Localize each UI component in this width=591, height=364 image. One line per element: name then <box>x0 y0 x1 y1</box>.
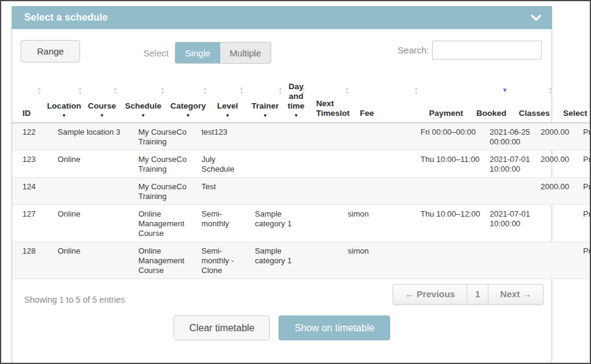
cell-trainer <box>342 178 414 205</box>
page-1-button[interactable]: 1 <box>467 285 488 304</box>
cell-payment: PrePay <box>577 178 591 205</box>
column-header-trainer[interactable]: ▲▼Trainer▼ <box>246 70 285 123</box>
cell-location: Online <box>52 205 132 242</box>
window: Select a schedule Range Select Single Mu… <box>0 0 591 364</box>
filter-caret-icon[interactable]: ▼ <box>209 113 246 118</box>
cell-fee: 2000.00 <box>535 123 577 150</box>
search-input[interactable] <box>432 41 542 59</box>
filter-caret-icon[interactable]: ▼ <box>84 113 120 118</box>
cell-next_timeslot: 2021-07-01 10:00:00 <box>486 205 535 242</box>
column-label: Location <box>44 101 84 111</box>
column-header-schedule[interactable]: ▲▼Schedule▼ <box>120 70 167 123</box>
column-header-course[interactable]: ▲▼Course▼ <box>84 70 120 123</box>
cell-level <box>302 178 342 205</box>
column-label: Select <box>563 109 591 118</box>
column-label: Booked <box>476 109 510 118</box>
sort-icon: ▲▼ <box>237 87 246 95</box>
search-label: Search: <box>397 45 429 55</box>
column-label: Course <box>84 101 120 111</box>
cell-schedule: Test <box>195 178 249 205</box>
cell-course: My CourseCo Training <box>132 123 195 150</box>
sort-desc-icon: ▼ <box>502 87 508 93</box>
cell-next_timeslot <box>486 242 535 279</box>
cell-location: Online <box>52 242 132 279</box>
previous-button[interactable]: ← Previous <box>393 285 467 304</box>
clear-timetable-button[interactable]: Clear timetable <box>174 315 271 340</box>
range-button[interactable]: Range <box>21 40 80 62</box>
cell-next_timeslot: 2021-07-01 10:00:00 <box>486 150 535 178</box>
panel-header[interactable]: Select a schedule <box>12 6 552 29</box>
column-header-classes[interactable]: ▲▼Classes <box>510 70 555 123</box>
column-header-level[interactable]: ▲▼Level▼ <box>209 70 246 123</box>
column-header-booked[interactable]: ▼Booked <box>468 70 510 123</box>
column-header-select[interactable]: ▲▼Select <box>555 70 591 123</box>
sort-icon: ▲▼ <box>588 87 591 95</box>
column-label: Payment <box>429 109 468 118</box>
filter-caret-icon[interactable]: ▼ <box>120 113 167 118</box>
cell-day_time: Thu 10:00–12:00 <box>414 205 486 242</box>
cell-payment: PrePay <box>577 205 591 242</box>
cell-trainer: simon <box>342 205 414 242</box>
cell-payment: PrePay <box>577 150 591 178</box>
column-header-day_time[interactable]: ▲▼Day and time▼ <box>285 70 308 123</box>
cell-day_time: Fri 00:00–00:00 <box>414 123 486 150</box>
filter-caret-icon[interactable]: ▼ <box>167 113 209 118</box>
schedule-table: ▲▼ID▲▼Location▼▲▼Course▼▲▼Schedule▼▲▼Cat… <box>12 70 584 279</box>
sort-icon: ▲▼ <box>158 87 167 95</box>
table-row: 123OnlineMy CourseCo TrainingJuly Schedu… <box>12 150 591 178</box>
cell-day_time <box>414 242 486 279</box>
column-header-category[interactable]: ▲▼Category▼ <box>167 70 209 123</box>
cell-course: My CourseCo Training <box>132 178 195 205</box>
chevron-down-icon[interactable] <box>531 15 541 21</box>
table-footer: Showing 1 to 5 of 5 entries ← Previous 1… <box>12 279 552 307</box>
cell-fee: 2000.00 <box>535 178 577 205</box>
table-body: 122Sample location 3My CourseCo Training… <box>12 123 591 279</box>
action-buttons: Clear timetable Show on timetable <box>12 315 552 340</box>
cell-day_time <box>414 178 486 205</box>
next-button[interactable]: Next → <box>488 285 543 304</box>
column-label: Classes <box>519 109 555 118</box>
cell-trainer: simon <box>342 242 414 279</box>
cell-category: Sample category 1 <box>249 242 302 279</box>
cell-location <box>52 178 132 205</box>
column-label: Fee <box>360 109 420 118</box>
cell-category <box>249 150 302 178</box>
sort-icon: ▲▼ <box>343 87 351 95</box>
cell-schedule: Semi-monthly - Clone <box>195 242 249 279</box>
sort-icon: ▲▼ <box>299 87 308 95</box>
cell-course: Online Management Course <box>132 242 195 279</box>
cell-location: Online <box>52 150 132 178</box>
column-label: Next Timeslot <box>316 99 351 118</box>
cell-fee <box>535 205 577 242</box>
schedule-panel: Select a schedule Range Select Single Mu… <box>12 6 552 363</box>
filter-caret-icon[interactable]: ▼ <box>246 113 285 118</box>
cell-schedule: Semi-monthly <box>195 205 249 242</box>
column-header-id[interactable]: ▲▼ID <box>12 70 44 123</box>
filter-caret-icon[interactable]: ▼ <box>285 113 308 118</box>
cell-fee: 2000.00 <box>535 150 577 178</box>
filter-caret-icon[interactable]: ▼ <box>44 113 84 118</box>
multiple-button[interactable]: Multiple <box>220 42 271 63</box>
table-row: 127OnlineOnline Management CourseSemi-mo… <box>12 205 591 242</box>
column-label: Schedule <box>120 101 167 111</box>
column-header-location[interactable]: ▲▼Location▼ <box>44 70 84 123</box>
cell-course: My CourseCo Training <box>132 150 195 178</box>
column-label: ID <box>22 109 44 118</box>
sort-icon: ▲▼ <box>412 87 420 95</box>
column-header-next_timeslot[interactable]: ▲▼Next Timeslot <box>308 70 351 123</box>
table-row: 128OnlineOnline Management CourseSemi-mo… <box>12 242 591 279</box>
show-on-timetable-button[interactable]: Show on timetable <box>279 315 390 340</box>
column-header-fee[interactable]: ▲▼Fee <box>351 70 420 123</box>
column-header-payment[interactable]: Payment <box>420 70 468 123</box>
sort-icon: ▲▼ <box>76 87 84 95</box>
pagination: ← Previous 1 Next → <box>393 284 544 305</box>
select-mode-label: Select <box>143 48 169 58</box>
cell-trainer <box>342 150 414 178</box>
cell-level <box>302 242 342 279</box>
sort-icon: ▲▼ <box>201 87 209 95</box>
sort-icon: ▲▼ <box>276 87 285 95</box>
column-label: Trainer <box>246 101 285 111</box>
sort-icon: ▲▼ <box>111 87 120 95</box>
cell-id: 124 <box>12 178 52 205</box>
single-button[interactable]: Single <box>175 42 220 63</box>
